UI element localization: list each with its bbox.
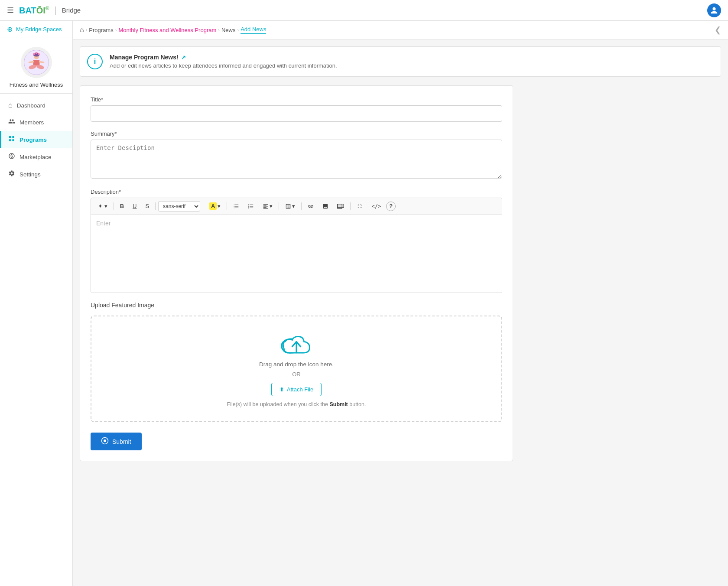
svg-rect-3: [33, 60, 39, 66]
rte-align-btn[interactable]: ▾: [259, 201, 276, 211]
rte-container: ✦ ▾ B U S sans-serif: [91, 198, 502, 293]
rte-image-btn[interactable]: [319, 202, 332, 211]
breadcrumb-news[interactable]: News: [221, 27, 236, 33]
rte-bold-btn[interactable]: B: [117, 201, 127, 211]
sidebar-item-label-programs: Programs: [20, 137, 47, 143]
info-banner-description: Add or edit news articles to keep attend…: [110, 62, 337, 69]
info-banner-title: Manage Program News! ↗: [110, 54, 337, 61]
breadcrumb-home[interactable]: ⌂: [80, 26, 84, 34]
rte-help-btn[interactable]: ?: [386, 202, 396, 211]
upload-dropzone[interactable]: Drag and drop the icon here. OR ⬆ Attach…: [91, 316, 502, 422]
rte-font-select[interactable]: sans-serif serif monospace: [158, 201, 200, 212]
rte-toolbar: ✦ ▾ B U S sans-serif: [91, 198, 502, 215]
my-bridge-spaces-button[interactable]: ⊕ My Bridge Spaces: [0, 21, 72, 38]
rte-ordered-list-btn[interactable]: [244, 202, 257, 211]
sidebar-item-members[interactable]: Members: [0, 114, 72, 131]
external-link-icon[interactable]: ↗: [181, 54, 186, 61]
upload-or-text: OR: [98, 371, 494, 378]
rte-underline-btn[interactable]: U: [129, 201, 140, 211]
sidebar-item-programs[interactable]: Programs: [0, 131, 72, 148]
sidebar-nav: ⌂ Dashboard Members Programs Marketplac: [0, 94, 72, 586]
breadcrumb-sep-1: ›: [86, 27, 88, 33]
description-label: Description*: [91, 189, 502, 195]
hamburger-menu-icon[interactable]: ☰: [7, 6, 14, 15]
programs-icon: [8, 135, 15, 144]
sidebar-item-label-members: Members: [20, 119, 44, 126]
nav-right: [707, 3, 721, 17]
breadcrumb-sep-2: ›: [115, 27, 117, 33]
upload-section-label: Upload Featured Image: [91, 302, 502, 309]
sidebar-item-marketplace[interactable]: Marketplace: [0, 148, 72, 166]
rte-strikethrough-btn[interactable]: S: [142, 201, 153, 211]
sidebar-item-label-dashboard: Dashboard: [17, 102, 46, 109]
rte-video-btn[interactable]: [334, 202, 348, 211]
breadcrumb-program[interactable]: Monthly Fitness and Wellness Program: [118, 27, 216, 33]
rte-divider-6: [301, 202, 302, 210]
svg-rect-12: [12, 136, 14, 138]
svg-line-7: [39, 62, 43, 63]
rte-placeholder: Enter: [96, 220, 110, 227]
rte-divider-1: [114, 202, 114, 210]
rte-table-btn[interactable]: ▾: [282, 201, 299, 211]
summary-label: Summary*: [91, 130, 502, 137]
rte-divider-3: [203, 202, 203, 210]
rte-source-btn[interactable]: </>: [368, 202, 384, 211]
upload-note: File(s) will be uploaded when you click …: [98, 401, 494, 407]
svg-point-8: [33, 53, 35, 55]
svg-point-10: [35, 52, 37, 54]
sidebar-item-settings[interactable]: Settings: [0, 166, 72, 183]
logo-bat: BAT: [19, 5, 36, 15]
top-navigation: ☰ BATŌI® | Bridge: [0, 0, 728, 21]
rte-highlight-btn[interactable]: A ▾: [206, 201, 224, 212]
sidebar-item-dashboard[interactable]: ⌂ Dashboard: [0, 97, 72, 114]
info-banner: i Manage Program News! ↗ Add or edit new…: [80, 46, 721, 77]
logo-oi: ŌI: [36, 5, 46, 15]
rte-divider-2: [155, 202, 156, 210]
rte-link-btn[interactable]: [304, 202, 317, 211]
breadcrumb-sep-3: ›: [218, 27, 220, 33]
rte-fullscreen-btn[interactable]: [353, 202, 366, 211]
submit-label: Submit: [112, 438, 131, 445]
svg-point-23: [104, 440, 106, 442]
title-input[interactable]: [91, 105, 502, 122]
rte-magic-btn[interactable]: ✦ ▾: [94, 201, 111, 211]
attach-file-button[interactable]: ⬆ Attach File: [271, 383, 322, 396]
breadcrumb-programs[interactable]: Programs: [89, 27, 113, 33]
rte-divider-5: [279, 202, 279, 210]
sidebar-item-label-marketplace: Marketplace: [20, 154, 52, 160]
sidebar-space-header: Fitness and Wellness: [0, 38, 72, 94]
summary-textarea[interactable]: [91, 140, 502, 179]
title-label: Title*: [91, 96, 502, 103]
svg-rect-11: [9, 136, 11, 138]
upload-drag-text: Drag and drop the icon here.: [98, 361, 494, 368]
marketplace-icon: [8, 153, 15, 161]
rte-divider-4: [227, 202, 227, 210]
svg-rect-16: [338, 204, 344, 207]
rte-unordered-list-btn[interactable]: [230, 202, 243, 211]
submit-circle-icon: [101, 437, 109, 446]
info-banner-text: Manage Program News! ↗ Add or edit news …: [110, 54, 337, 69]
main-layout: ⊕ My Bridge Spaces: [0, 21, 728, 586]
my-spaces-icon: ⊕: [7, 25, 13, 33]
space-avatar: [21, 47, 52, 78]
sidebar: ⊕ My Bridge Spaces: [0, 21, 73, 586]
sidebar-item-label-settings: Settings: [20, 171, 41, 178]
user-avatar[interactable]: [707, 3, 721, 17]
upload-section: Upload Featured Image: [91, 302, 502, 422]
nav-divider: |: [55, 5, 57, 15]
rte-divider-7: [350, 202, 351, 210]
submit-button[interactable]: Submit: [91, 433, 142, 450]
rte-body[interactable]: Enter: [91, 215, 502, 293]
settings-icon: [8, 170, 15, 179]
my-spaces-label: My Bridge Spaces: [16, 26, 62, 33]
members-icon: [8, 118, 15, 127]
breadcrumb-add-news[interactable]: Add News: [240, 26, 266, 34]
info-icon: i: [87, 54, 103, 69]
content-area: i Manage Program News! ↗ Add or edit new…: [73, 39, 728, 586]
logo-sup: ®: [46, 5, 49, 11]
upload-cloud-icon: [98, 330, 494, 358]
title-section: Title*: [91, 96, 502, 122]
breadcrumb-collapse-icon[interactable]: ❮: [715, 25, 721, 35]
attach-icon: ⬆: [280, 386, 284, 393]
submit-section: Submit: [91, 433, 502, 450]
